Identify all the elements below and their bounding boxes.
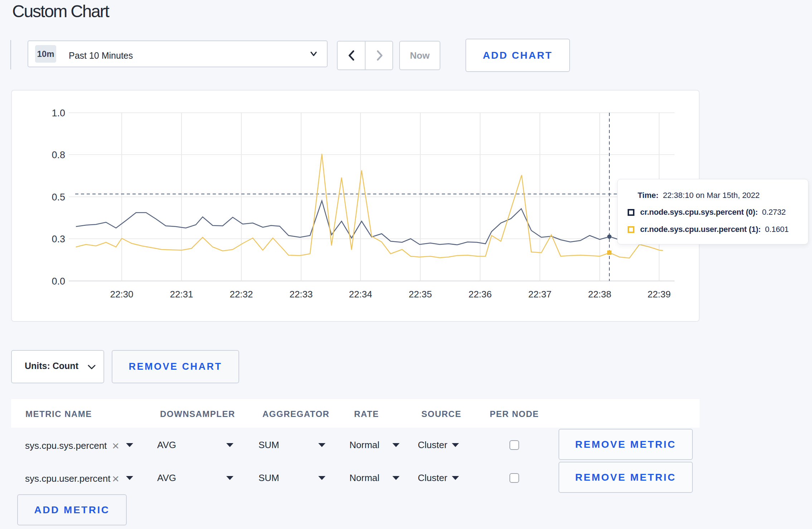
svg-text:22:34: 22:34	[349, 289, 372, 300]
svg-text:22:36: 22:36	[468, 289, 492, 300]
svg-text:22:32: 22:32	[229, 289, 253, 300]
svg-text:22:39: 22:39	[647, 289, 671, 300]
svg-text:22:31: 22:31	[170, 289, 193, 300]
svg-text:0.8: 0.8	[52, 150, 65, 160]
svg-text:22:33: 22:33	[289, 289, 313, 300]
svg-text:0.0: 0.0	[52, 276, 65, 287]
svg-text:22:35: 22:35	[409, 289, 432, 300]
svg-text:22:38: 22:38	[588, 289, 611, 300]
svg-text:22:30: 22:30	[110, 289, 133, 300]
svg-text:1.0: 1.0	[52, 108, 65, 118]
svg-text:22:37: 22:37	[528, 289, 551, 300]
svg-text:0.5: 0.5	[52, 192, 65, 203]
svg-text:0.3: 0.3	[52, 234, 65, 244]
